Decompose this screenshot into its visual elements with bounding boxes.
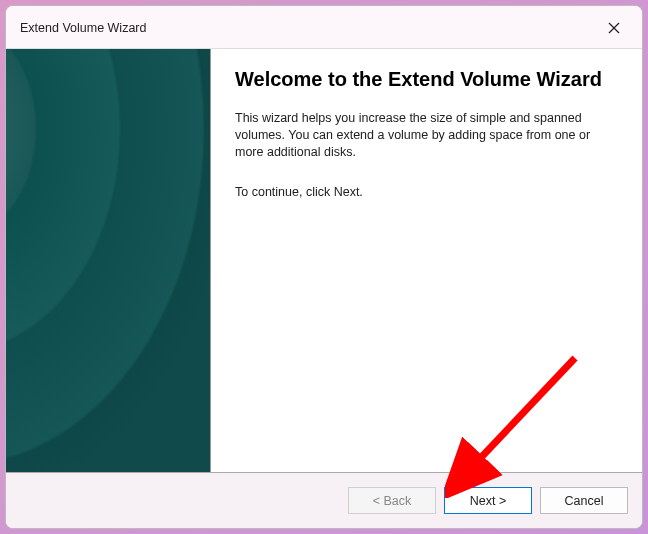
wizard-description: This wizard helps you increase the size … — [235, 110, 614, 161]
button-bar: < Back Next > Cancel — [6, 473, 642, 528]
wizard-window: Extend Volume Wizard Welcome to the Exte… — [5, 5, 643, 529]
main-panel: Welcome to the Extend Volume Wizard This… — [211, 49, 642, 472]
titlebar: Extend Volume Wizard — [6, 6, 642, 49]
continue-instruction: To continue, click Next. — [235, 185, 614, 199]
cancel-button[interactable]: Cancel — [540, 487, 628, 514]
wizard-heading: Welcome to the Extend Volume Wizard — [235, 67, 614, 92]
content-area: Welcome to the Extend Volume Wizard This… — [6, 49, 642, 473]
next-button[interactable]: Next > — [444, 487, 532, 514]
close-icon — [608, 22, 620, 34]
window-title: Extend Volume Wizard — [20, 21, 146, 35]
back-button: < Back — [348, 487, 436, 514]
wizard-banner-image — [6, 49, 211, 472]
close-button[interactable] — [600, 14, 628, 42]
